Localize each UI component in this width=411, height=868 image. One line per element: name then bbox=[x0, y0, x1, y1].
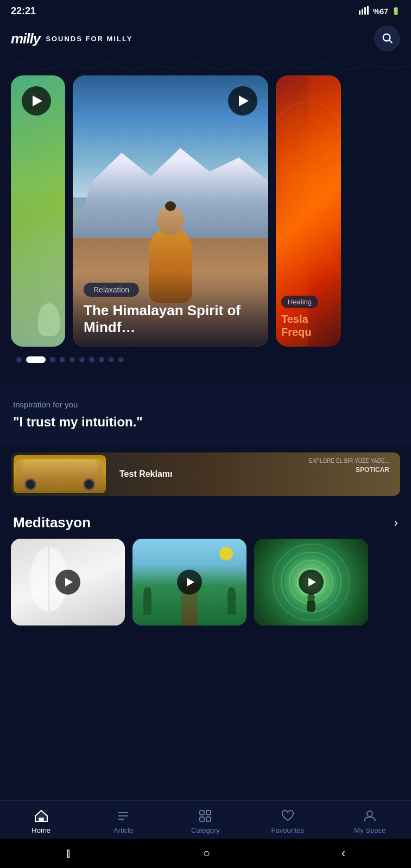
ad-sub-text: EXPLORE EL BIR YÜZE YADE... SPOTICAR bbox=[237, 458, 389, 474]
play-button-center[interactable] bbox=[228, 86, 257, 116]
meditasyon-card-1[interactable] bbox=[11, 539, 125, 626]
android-nav-bar: ⫿ ○ ‹ bbox=[0, 839, 411, 868]
nav-category[interactable]: Category bbox=[184, 808, 227, 834]
mini-play-2[interactable] bbox=[177, 570, 202, 595]
svg-point-30 bbox=[367, 811, 372, 816]
dot-5[interactable] bbox=[79, 357, 85, 362]
dot-6[interactable] bbox=[89, 357, 94, 362]
recent-icon: ⫿ bbox=[66, 846, 72, 860]
status-bar: 22:21 %67 🔋 bbox=[0, 0, 411, 20]
meditasyon-cards bbox=[0, 539, 411, 626]
healing-badge: Healing bbox=[281, 296, 318, 308]
android-back-button[interactable]: ‹ bbox=[342, 846, 345, 860]
carousel-card-nature[interactable] bbox=[11, 75, 65, 347]
signal-icon bbox=[359, 6, 370, 16]
svg-point-8 bbox=[287, 119, 330, 162]
meditasyon-arrow[interactable]: › bbox=[394, 516, 398, 530]
status-time: 22:21 bbox=[11, 5, 36, 17]
svg-rect-3 bbox=[367, 6, 369, 15]
bottom-navigation: Home Article Category F bbox=[0, 800, 411, 839]
svg-point-7 bbox=[279, 111, 338, 170]
dot-3[interactable] bbox=[60, 357, 65, 362]
dot-2[interactable] bbox=[50, 357, 55, 362]
featured-carousel: Relaxation The Himalayan Spirit of Mindf… bbox=[0, 75, 411, 379]
inspiration-label: Inspiration for you bbox=[13, 400, 398, 409]
card-center-content: Relaxation The Himalayan Spirit of Mindf… bbox=[73, 272, 268, 347]
svg-point-10 bbox=[276, 107, 341, 174]
nav-category-label: Category bbox=[191, 826, 220, 834]
svg-rect-29 bbox=[206, 817, 211, 821]
nav-favourites-label: Favourites bbox=[271, 826, 305, 834]
carousel-track: Relaxation The Himalayan Spirit of Mindf… bbox=[0, 75, 411, 347]
svg-point-6 bbox=[276, 103, 341, 178]
play-icon-1 bbox=[65, 578, 73, 586]
meditasyon-card-2[interactable] bbox=[132, 539, 246, 626]
battery-icon: 🔋 bbox=[391, 7, 400, 15]
dot-0[interactable] bbox=[16, 357, 22, 362]
battery-text: %67 bbox=[373, 7, 388, 16]
search-icon bbox=[381, 32, 393, 46]
play-icon-3 bbox=[308, 578, 316, 586]
inspiration-section: Inspiration for you "I trust my intuitio… bbox=[0, 385, 411, 445]
ad-logo: SPOTICAR bbox=[237, 466, 389, 474]
waveform-decoration bbox=[0, 59, 411, 75]
category-badge: Relaxation bbox=[84, 283, 139, 297]
play-triangle-center-icon bbox=[239, 95, 249, 106]
meditasyon-card-3[interactable] bbox=[254, 539, 368, 626]
ad-car-image bbox=[14, 455, 106, 493]
ad-text: Test Reklamı bbox=[119, 469, 173, 479]
play-triangle-icon bbox=[33, 95, 42, 106]
play-button-left[interactable] bbox=[22, 86, 51, 116]
svg-rect-28 bbox=[200, 817, 204, 821]
tesla-title: Tesla Frequ bbox=[281, 312, 336, 339]
svg-rect-2 bbox=[364, 7, 366, 15]
svg-point-4 bbox=[383, 34, 390, 41]
android-recent-button[interactable]: ⫿ bbox=[66, 846, 72, 860]
my-space-icon bbox=[362, 808, 377, 824]
header-brand: milly SOUNDS FOR MILLY bbox=[11, 30, 132, 47]
category-icon bbox=[198, 808, 213, 824]
svg-point-9 bbox=[276, 107, 341, 174]
card-title: The Himalayan Spirit of Mindf… bbox=[84, 302, 257, 336]
favourites-icon bbox=[280, 808, 295, 824]
carousel-card-himalayan[interactable]: Relaxation The Himalayan Spirit of Mindf… bbox=[73, 75, 268, 347]
dot-4[interactable] bbox=[69, 357, 75, 362]
nav-article-label: Article bbox=[113, 826, 133, 834]
svg-rect-26 bbox=[200, 810, 204, 815]
card-right-content: Healing Tesla Frequ bbox=[276, 288, 341, 347]
meditasyon-section-header: Meditasyon › bbox=[0, 503, 411, 539]
nav-home-label: Home bbox=[31, 826, 50, 834]
mini-play-1[interactable] bbox=[55, 570, 80, 595]
back-icon: ‹ bbox=[342, 846, 345, 860]
svg-rect-1 bbox=[362, 9, 363, 15]
meditasyon-title: Meditasyon bbox=[13, 514, 91, 531]
search-button[interactable] bbox=[374, 25, 400, 52]
ad-banner[interactable]: Test Reklamı EXPLORE EL BIR YÜZE YADE...… bbox=[11, 452, 400, 496]
carousel-card-tesla[interactable]: Healing Tesla Frequ bbox=[276, 75, 341, 347]
svg-rect-0 bbox=[359, 10, 361, 15]
nav-favourites[interactable]: Favourites bbox=[266, 808, 309, 834]
carousel-dots bbox=[0, 347, 411, 368]
status-icons: %67 🔋 bbox=[359, 6, 400, 16]
ad-explore-text: EXPLORE EL BIR YÜZE YADE... bbox=[237, 458, 389, 464]
nav-home[interactable]: Home bbox=[20, 808, 63, 834]
dot-7[interactable] bbox=[99, 357, 104, 362]
android-home-icon: ○ bbox=[203, 846, 210, 860]
home-icon bbox=[34, 808, 49, 824]
android-home-button[interactable]: ○ bbox=[203, 846, 210, 860]
play-icon-2 bbox=[187, 578, 194, 586]
article-icon bbox=[116, 808, 131, 824]
app-header: milly SOUNDS FOR MILLY bbox=[0, 20, 411, 59]
svg-line-5 bbox=[389, 40, 392, 43]
nav-my-space[interactable]: My Space bbox=[348, 808, 391, 834]
dot-9[interactable] bbox=[118, 357, 124, 362]
app-subtitle: SOUNDS FOR MILLY bbox=[46, 35, 132, 43]
dot-1-active[interactable] bbox=[26, 356, 46, 363]
mini-play-3[interactable] bbox=[299, 570, 324, 595]
svg-rect-27 bbox=[206, 810, 211, 815]
inspiration-quote: "I trust my intuition." bbox=[13, 414, 398, 430]
app-logo: milly bbox=[11, 30, 40, 47]
dot-8[interactable] bbox=[109, 357, 114, 362]
nav-my-space-label: My Space bbox=[354, 826, 385, 834]
nav-article[interactable]: Article bbox=[102, 808, 145, 834]
